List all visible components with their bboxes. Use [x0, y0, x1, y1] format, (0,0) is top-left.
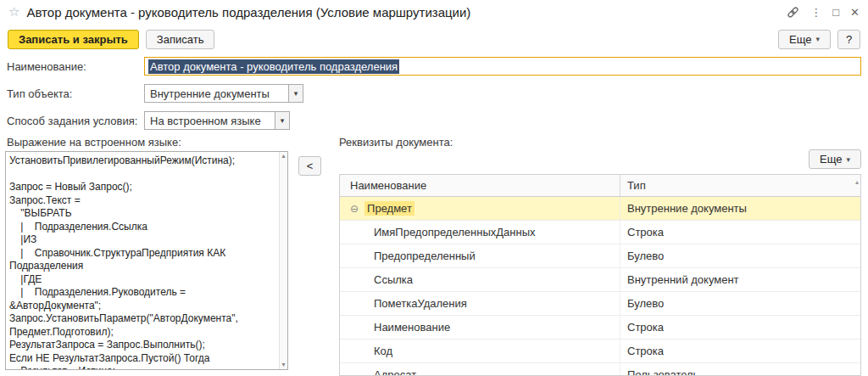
chevron-down-icon: ▾ [815, 35, 820, 43]
main-toolbar: Записать и закрыть Записать Еще▾ ? [0, 28, 868, 50]
table-row[interactable]: СсылкаВнутренний документ [340, 268, 860, 292]
attribute-name: Предмет [364, 201, 415, 216]
table-row[interactable]: ПредопределенныйБулево [340, 244, 860, 268]
table-row[interactable]: КодСтрока [340, 340, 860, 363]
attribute-name: Ссылка [374, 273, 413, 286]
table-row[interactable]: НаименованиеСтрока [340, 316, 860, 340]
table-row[interactable]: ⊖ПредметВнутренние документы [340, 197, 860, 221]
save-and-close-button[interactable]: Записать и закрыть [8, 30, 139, 49]
more-label: Еще [820, 153, 842, 166]
chevron-down-icon[interactable]: ▾ [288, 85, 303, 102]
chevron-down-icon[interactable]: ▾ [275, 112, 289, 129]
attribute-type: Пользователь [620, 363, 860, 376]
get-link-icon[interactable] [787, 6, 799, 19]
help-button[interactable]: ? [837, 30, 860, 49]
kebab-menu-icon[interactable]: ⋮ [810, 7, 821, 18]
attribute-name: ИмяПредопределенныхДанных [374, 226, 536, 239]
attribute-name: Предопределенный [374, 250, 476, 262]
attribute-name: Адресат [374, 368, 416, 376]
chevron-down-icon: ▾ [846, 155, 850, 164]
condition-method-label: Способ задания условия: [7, 115, 144, 127]
attribute-type: Строка [620, 221, 860, 244]
name-input-selected-text: Автор документа - руководитель подраздел… [148, 59, 399, 74]
object-type-row: Тип объекта: Внутренние документы ▾ [0, 83, 861, 104]
save-button[interactable]: Записать [146, 30, 215, 49]
attribute-type: Булево [620, 292, 860, 315]
table-row[interactable]: АдресатПользователь [340, 363, 860, 376]
expression-editor[interactable]: УстановитьПривилегированныйРежим(Истина)… [5, 151, 288, 370]
attributes-more-button[interactable]: Еще▾ [809, 149, 861, 169]
attribute-type: Строка [620, 316, 860, 339]
name-input[interactable]: Автор документа - руководитель подраздел… [144, 57, 861, 76]
scroll-down-icon[interactable]: ▼ [281, 362, 287, 368]
scroll-up-icon[interactable]: ▲ [281, 153, 287, 160]
condition-method-select[interactable]: На встроенном языке ▾ [144, 111, 290, 130]
window-titlebar: ☆ Автор документа - руководитель подразд… [0, 0, 868, 24]
expression-label: Выражение на встроенном языке: [7, 136, 181, 151]
move-left-button[interactable]: < [298, 156, 321, 176]
expression-scrollbar[interactable]: ▲ ▼ [279, 152, 287, 369]
collapse-icon[interactable]: ⊖ [350, 203, 359, 215]
attribute-type: Строка [620, 340, 860, 362]
column-header-name[interactable]: Наименование [340, 179, 620, 192]
column-header-type[interactable]: Тип [620, 175, 860, 196]
condition-method-row: Способ задания условия: На встроенном яз… [0, 110, 861, 131]
object-type-select[interactable]: Внутренние документы ▾ [144, 84, 303, 103]
attribute-type: Внутренний документ [620, 268, 860, 291]
table-row[interactable]: ПометкаУдаленияБулево [340, 292, 860, 316]
object-type-label: Тип объекта: [7, 87, 144, 100]
attributes-label: Реквизиты документа: [339, 136, 453, 151]
attributes-table-body: ⊖ПредметВнутренние документыИмяПредопред… [340, 197, 860, 376]
scroll-up-icon[interactable]: ▴ [855, 178, 859, 186]
attribute-name: ПометкаУдаления [374, 297, 467, 310]
attributes-table: Наименование Тип ▴ ⊖ПредметВнутренние до… [339, 174, 861, 376]
attribute-type: Внутренние документы [620, 197, 860, 220]
object-type-value: Внутренние документы [145, 87, 288, 100]
attribute-type: Булево [620, 244, 860, 267]
attribute-name: Код [374, 345, 392, 357]
favorite-star-icon[interactable]: ☆ [8, 4, 19, 20]
expression-code: УстановитьПривилегированныйРежим(Истина)… [6, 152, 287, 370]
more-label: Еще [789, 33, 811, 46]
toolbar-more-button[interactable]: Еще▾ [778, 30, 831, 49]
name-label: Наименование: [7, 60, 144, 73]
window-title: Автор документа - руководитель подраздел… [26, 5, 787, 20]
attribute-name: Наименование [374, 321, 450, 334]
close-icon[interactable]: ✕ [850, 7, 860, 18]
table-row[interactable]: ИмяПредопределенныхДанныхСтрока [340, 221, 860, 244]
maximize-icon[interactable]: □ [832, 7, 839, 18]
condition-method-value: На встроенном языке [145, 115, 275, 127]
attributes-table-header: Наименование Тип ▴ [340, 175, 860, 197]
name-row: Наименование: Автор документа - руководи… [0, 56, 861, 76]
